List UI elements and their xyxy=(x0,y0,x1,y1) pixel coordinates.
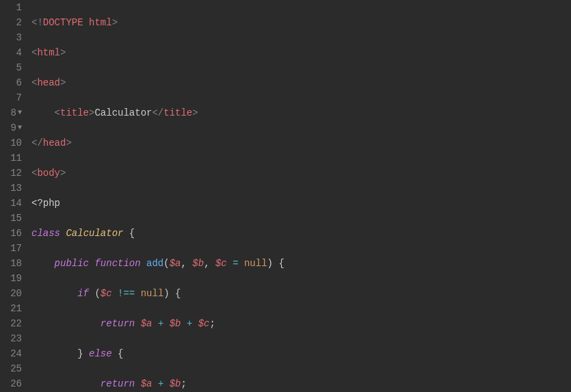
line-number: 15 xyxy=(4,211,22,226)
code-line: return $a + $b + $c; xyxy=(31,316,571,331)
line-number: 26 xyxy=(4,376,22,391)
code-line: <?php xyxy=(31,196,571,211)
line-number: 20 xyxy=(4,286,22,301)
code-line: } else { xyxy=(31,346,571,361)
code-line: </head> xyxy=(31,135,571,151)
line-number: 17 xyxy=(4,241,22,256)
line-number: 8▼ xyxy=(4,105,22,120)
line-number: 19 xyxy=(4,271,22,286)
code-line: <html> xyxy=(31,45,571,60)
fold-icon[interactable]: ▼ xyxy=(18,120,22,135)
code-line: public function add($a, $b, $c = null) { xyxy=(31,256,571,271)
line-number: 7 xyxy=(4,90,22,105)
line-number: 11 xyxy=(4,151,22,166)
line-number: 1 xyxy=(4,0,22,15)
code-line: if ($c !== null) { xyxy=(31,286,571,301)
line-number: 21 xyxy=(4,301,22,316)
line-number: 3 xyxy=(4,30,22,45)
code-line: <head> xyxy=(31,75,571,90)
line-number: 16 xyxy=(4,226,22,241)
line-number: 5 xyxy=(4,60,22,75)
line-number: 10 xyxy=(4,135,22,151)
line-number: 9▼ xyxy=(4,120,22,135)
code-editor[interactable]: <!DOCTYPE html> <html> <head> <title>Cal… xyxy=(29,0,571,392)
line-number: 22 xyxy=(4,316,22,331)
code-line: <title>Calculator</title> xyxy=(31,105,571,120)
line-number: 4 xyxy=(4,45,22,60)
code-line: <!DOCTYPE html> xyxy=(31,15,571,30)
code-line: return $a + $b; xyxy=(31,376,571,391)
line-number: 12 xyxy=(4,166,22,181)
line-number: 24 xyxy=(4,346,22,361)
line-number: 14 xyxy=(4,196,22,211)
line-number: 25 xyxy=(4,361,22,376)
line-number: 13 xyxy=(4,181,22,196)
line-number-gutter: 1 2 3 4 5 6 7 8▼ 9▼ 10 11 12 13 14 15 16… xyxy=(0,0,29,392)
line-number: 18 xyxy=(4,256,22,271)
line-number: 2 xyxy=(4,15,22,30)
code-line: <body> xyxy=(31,166,571,181)
code-line: class Calculator { xyxy=(31,226,571,241)
line-number: 6 xyxy=(4,75,22,90)
line-number: 23 xyxy=(4,331,22,346)
fold-icon[interactable]: ▼ xyxy=(18,105,22,120)
